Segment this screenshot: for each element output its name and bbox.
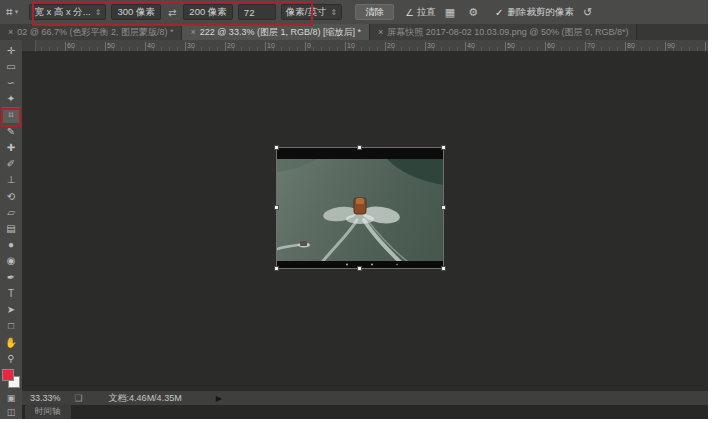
- ruler-tick-label: 30: [187, 42, 195, 49]
- crop-handle[interactable]: [274, 266, 279, 271]
- gear-icon[interactable]: ⚙: [464, 6, 482, 19]
- marquee-tool[interactable]: ▭: [1, 58, 21, 74]
- delete-cropped-pixels-label: 删除裁剪的像素: [507, 6, 574, 19]
- ruler-tick-label: 70: [587, 42, 595, 49]
- delete-cropped-pixels-checkbox[interactable]: ✓ 删除裁剪的像素: [495, 6, 574, 19]
- crop-tool[interactable]: ⌗: [1, 107, 21, 123]
- clear-button[interactable]: 清除: [355, 4, 394, 20]
- document-tab[interactable]: ×屏幕快照 2017-08-02 10.03.09.png @ 50% (图层 …: [370, 24, 638, 40]
- color-swatches[interactable]: [1, 369, 21, 390]
- ruler-tick-label: 80: [627, 42, 635, 49]
- type-tool[interactable]: T: [1, 285, 21, 301]
- crop-handle[interactable]: [274, 145, 279, 150]
- resolution-unit-select[interactable]: 像素/英寸 ⇕: [281, 4, 342, 20]
- clone-stamp-tool[interactable]: ⊥: [1, 172, 21, 188]
- image-document[interactable]: [277, 148, 443, 268]
- reset-icon[interactable]: ↺: [579, 6, 596, 19]
- document-tab-label: 02 @ 66.7% (色彩平衡 2, 图层蒙版/8) *: [17, 26, 173, 39]
- ruler-tick-label: 50: [107, 42, 115, 49]
- screenshot-page: ⌗ ▾ 宽 x 高 x 分... ⇕ 300 像素 ⇄ 200 像素 72 像素…: [0, 0, 718, 423]
- close-tab-icon[interactable]: ×: [8, 27, 13, 37]
- crop-resolution-input[interactable]: 72: [238, 4, 276, 20]
- crop-handle[interactable]: [274, 205, 279, 210]
- chevron-down-icon: ▾: [15, 8, 19, 16]
- ruler-tick-label: 30: [427, 42, 435, 49]
- pen-tool[interactable]: ✒: [1, 269, 21, 285]
- crop-resolution-value: 72: [244, 7, 255, 18]
- crop-height-input[interactable]: 200 像素: [183, 4, 233, 20]
- horizontal-ruler: 6050403020100102030405060708090100: [22, 40, 708, 52]
- ruler-tick-label: 0: [307, 42, 311, 49]
- lasso-tool[interactable]: ∽: [1, 74, 21, 90]
- zoom-tool[interactable]: ⚲: [1, 350, 21, 366]
- crop-width-value: 300 像素: [117, 6, 155, 19]
- eraser-tool[interactable]: ▱: [1, 204, 21, 220]
- crop-handle[interactable]: [357, 145, 362, 150]
- document-tab-bar: ×02 @ 66.7% (色彩平衡 2, 图层蒙版/8) *×222 @ 33.…: [0, 24, 708, 40]
- eyedropper-tool[interactable]: ✎: [1, 123, 21, 139]
- tab-timeline[interactable]: 时间轴: [25, 404, 71, 419]
- history-brush-tool[interactable]: ⟲: [1, 188, 21, 204]
- healing-brush-tool[interactable]: ✚: [1, 139, 21, 155]
- ruler-tick-label: 90: [667, 42, 675, 49]
- straighten-label: 拉直: [417, 6, 436, 19]
- canvas-area[interactable]: [22, 52, 708, 390]
- straighten-icon: ∠: [405, 7, 414, 18]
- photoshop-window: ⌗ ▾ 宽 x 高 x 分... ⇕ 300 像素 ⇄ 200 像素 72 像素…: [0, 0, 708, 419]
- document-tab[interactable]: ×222 @ 33.3% (图层 1, RGB/8) [缩放后] *: [182, 24, 369, 40]
- active-tool-badge[interactable]: ⌗ ▾: [6, 5, 18, 19]
- crop-aspect-preset-select[interactable]: 宽 x 高 x 分... ⇕: [29, 4, 106, 20]
- ruler-tick-label: 60: [547, 42, 555, 49]
- ruler-tick-label: 20: [387, 42, 395, 49]
- status-menu-arrow-icon[interactable]: ▶: [216, 394, 222, 403]
- crop-height-value: 200 像素: [189, 6, 227, 19]
- path-selection-tool[interactable]: ➤: [1, 302, 21, 318]
- ruler-tick-label: 20: [227, 42, 235, 49]
- straighten-button[interactable]: ∠ 拉直: [405, 6, 436, 19]
- move-tool[interactable]: ✛: [1, 42, 21, 58]
- tool-panel: ✛▭∽✦⌗✎✚✐⊥⟲▱▤●◉✒T➤□✋⚲▣◫: [0, 40, 22, 419]
- ruler-tick-label: 50: [507, 42, 515, 49]
- screen-mode-button[interactable]: ◫: [1, 405, 21, 419]
- crop-tool-icon: ⌗: [6, 5, 13, 19]
- ruler-origin-corner: [22, 40, 36, 52]
- bottom-panel-strip: 时间轴: [0, 405, 708, 419]
- status-bar: 33.33% ❏ 文档:4.46M/4.35M ▶: [22, 390, 708, 405]
- hand-tool[interactable]: ✋: [1, 334, 21, 350]
- blur-tool[interactable]: ●: [1, 237, 21, 253]
- document-tab[interactable]: ×02 @ 66.7% (色彩平衡 2, 图层蒙版/8) *: [0, 24, 182, 40]
- crop-handle[interactable]: [357, 266, 362, 271]
- stepper-icon: ⇕: [331, 8, 338, 17]
- ruler-tick-label: 60: [67, 42, 75, 49]
- crop-handle[interactable]: [441, 145, 446, 150]
- ruler-tick-label: 40: [467, 42, 475, 49]
- crop-width-input[interactable]: 300 像素: [111, 4, 161, 20]
- ruler-tick-label: 10: [347, 42, 355, 49]
- crop-options-bar: ⌗ ▾ 宽 x 高 x 分... ⇕ 300 像素 ⇄ 200 像素 72 像素…: [0, 0, 708, 24]
- quick-selection-tool[interactable]: ✦: [1, 91, 21, 107]
- close-tab-icon[interactable]: ×: [378, 27, 383, 37]
- document-size-info: 文档:4.46M/4.35M: [109, 392, 182, 405]
- clear-button-label: 清除: [365, 6, 384, 19]
- quick-mask-button[interactable]: ▣: [1, 390, 21, 404]
- ruler-tick-label: 40: [147, 42, 155, 49]
- crop-aspect-preset-value: 宽 x 高 x 分...: [34, 6, 90, 19]
- brush-tool[interactable]: ✐: [1, 156, 21, 172]
- document-tab-label: 屏幕快照 2017-08-02 10.03.09.png @ 50% (图层 0…: [387, 26, 628, 39]
- swap-dimensions-icon[interactable]: ⇄: [166, 7, 178, 18]
- document-tab-label: 222 @ 33.3% (图层 1, RGB/8) [缩放后] *: [200, 26, 361, 39]
- boat-wake-image: [277, 148, 443, 268]
- overlay-options-icon[interactable]: ▦: [441, 6, 459, 19]
- crop-handle[interactable]: [441, 266, 446, 271]
- close-tab-icon[interactable]: ×: [190, 27, 195, 37]
- shape-tool[interactable]: □: [1, 318, 21, 334]
- zoom-level-field[interactable]: 33.33%: [30, 393, 61, 403]
- document-icon: ❏: [75, 393, 83, 403]
- foreground-color-swatch[interactable]: [2, 369, 14, 381]
- dodge-tool[interactable]: ◉: [1, 253, 21, 269]
- checkmark-icon: ✓: [495, 7, 503, 18]
- ruler-tick-label: 100: [707, 42, 708, 49]
- ruler-tick-label: 10: [267, 42, 275, 49]
- gradient-tool[interactable]: ▤: [1, 220, 21, 236]
- crop-handle[interactable]: [441, 205, 446, 210]
